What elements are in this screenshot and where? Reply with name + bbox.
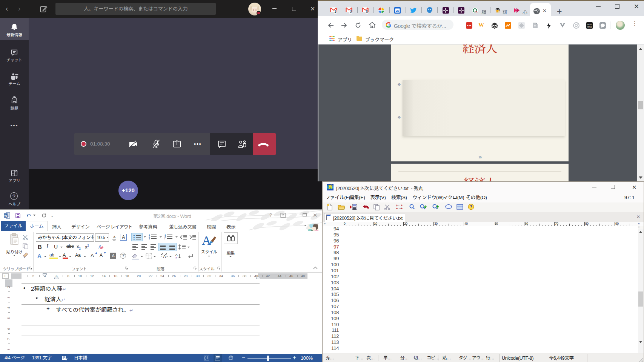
- svg-text:W: W: [4, 214, 8, 218]
- svg-text:A: A: [113, 235, 116, 239]
- svg-text:A: A: [163, 254, 166, 259]
- svg-text:20: 20: [396, 9, 399, 12]
- svg-text:0011: 0011: [587, 26, 592, 28]
- svg-text:?: ?: [470, 205, 472, 209]
- svg-text:A: A: [175, 253, 178, 256]
- svg-text:Z: Z: [175, 256, 177, 259]
- svg-text:A: A: [202, 233, 211, 247]
